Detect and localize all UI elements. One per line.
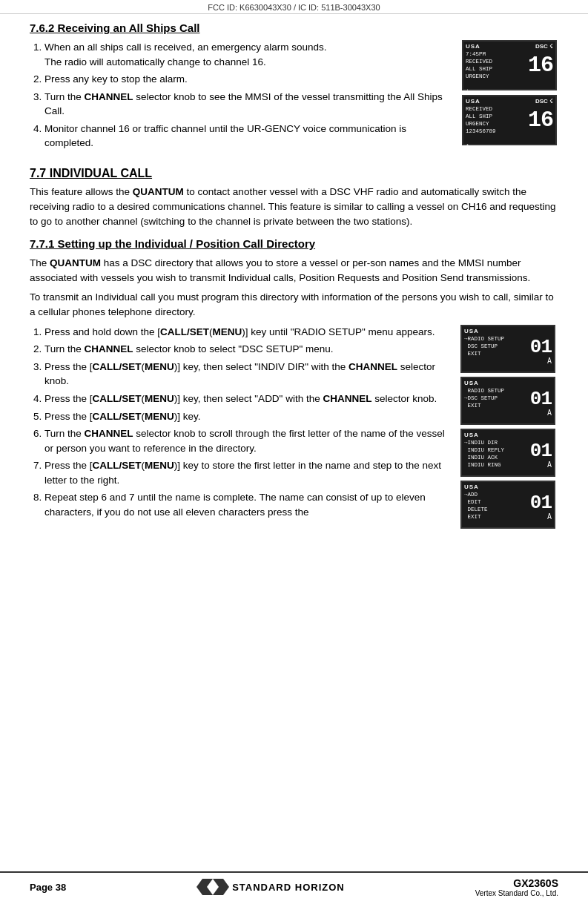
lcd771-4-usa: USA	[464, 483, 479, 490]
lcd1-channel: 16	[528, 54, 553, 76]
lcd2-text: RECEIVEDALL SHIPURGENCY123456789	[466, 105, 496, 136]
footer-company: Vertex Standard Co., Ltd.	[475, 889, 558, 897]
heading-771: 7.7.1 Setting up the Individual / Positi…	[30, 237, 558, 250]
lcd-display-1: USA DSC ☇ 7:45PMRECEIVEDALL SHIPURGENCY …	[462, 40, 557, 90]
step-762-3: Turn the CHANNEL selector knob to see th…	[44, 90, 455, 119]
section-77: 7.7 INDIVIDUAL CALL This feature allows …	[30, 167, 558, 230]
footer-right: GX2360S Vertex Standard Co., Ltd.	[475, 877, 558, 897]
section-771-body2: To transmit an Individual call you must …	[30, 290, 558, 320]
section-771-displays: USA →RADIO SETUP DSC SETUP EXIT 01 A	[460, 325, 558, 529]
lcd2-channel: 16	[528, 109, 553, 131]
lcd771-1-usa: USA	[464, 328, 479, 334]
step-771-7: Press the [CALL/SET(MENU)] key to store …	[44, 458, 453, 487]
section-771-steps-text: Press and hold down the [CALL/SET(MENU)]…	[30, 325, 453, 524]
svg-marker-1	[213, 879, 229, 895]
step-771-1: Press and hold down the [CALL/SET(MENU)]…	[44, 325, 453, 340]
lcd-display-771-4: USA →ADD EDIT DELETE EXIT 01 A	[460, 481, 555, 529]
lcd771-1-sub: A	[547, 357, 552, 365]
lcd771-2-channel: 01	[530, 389, 552, 409]
footer-brand: STANDARD HORIZON	[232, 882, 345, 893]
section-762-displays: USA DSC ☇ 7:45PMRECEIVEDALL SHIPURGENCY …	[462, 40, 558, 145]
lcd2-arrow: ↑	[466, 142, 496, 150]
heading-762: 7.6.2 Receiving an All Ships Call	[30, 22, 558, 34]
lcd771-3-channel: 01	[530, 441, 552, 461]
step-762-1: When an all ships call is received, an e…	[44, 40, 455, 69]
lcd-display-771-3: USA →INDIU DIR INDIU REPLY INDIU ACK IND…	[460, 429, 555, 477]
step-771-5: Press the [CALL/SET(MENU)] key.	[44, 409, 453, 424]
footer-page: Page 38	[30, 882, 66, 893]
standard-horizon-logo-icon	[196, 879, 229, 895]
lcd771-2-usa: USA	[464, 380, 479, 386]
step-771-3: Press the [CALL/SET(MENU)] key, then sel…	[44, 360, 453, 389]
step-771-4: Press the [CALL/SET(MENU)] key, then sel…	[44, 392, 453, 406]
lcd771-1-text: →RADIO SETUP DSC SETUP EXIT	[464, 335, 504, 357]
step-771-2: Turn the CHANNEL selector knob to select…	[44, 342, 453, 357]
step-771-6: Turn the CHANNEL selector knob to scroll…	[44, 426, 453, 455]
lcd771-3-text: →INDIU DIR INDIU REPLY INDIU ACK INDIU R…	[464, 439, 504, 469]
lcd771-4-text: →ADD EDIT DELETE EXIT	[464, 491, 488, 521]
lcd-display-771-1: USA →RADIO SETUP DSC SETUP EXIT 01 A	[460, 325, 555, 373]
lcd771-2-sub: A	[547, 409, 552, 417]
section-77-body: This feature allows the QUANTUM to conta…	[30, 185, 558, 230]
lcd771-3-sub: A	[547, 461, 552, 469]
lcd1-text: 7:45PMRECEIVEDALL SHIPURGENCY	[466, 50, 492, 81]
step-762-4: Monitor channel 16 or traffic channel un…	[44, 122, 455, 151]
step-762-2: Press any key to stop the alarm.	[44, 72, 455, 87]
section-762-list: When an all ships call is received, an e…	[30, 40, 455, 151]
lcd-display-2: USA DSC ☇ RECEIVEDALL SHIPURGENCY1234567…	[462, 95, 557, 145]
svg-marker-0	[196, 879, 213, 895]
section-771-list: Press and hold down the [CALL/SET(MENU)]…	[30, 325, 453, 520]
lcd1-usa-label: USA	[466, 43, 480, 50]
lcd2-dsc-label: DSC ☇	[535, 98, 553, 105]
footer-model: GX2360S	[475, 877, 558, 889]
section-762: 7.6.2 Receiving an All Ships Call When a…	[30, 22, 558, 155]
lcd771-3-usa: USA	[464, 432, 479, 438]
section-771: 7.7.1 Setting up the Individual / Positi…	[30, 237, 558, 529]
fcc-id-bar: FCC ID: K6630043X30 / IC ID: 511B-30043X…	[0, 0, 588, 14]
footer-logo-area: STANDARD HORIZON	[196, 879, 345, 895]
heading-77: 7.7 INDIVIDUAL CALL	[30, 167, 558, 180]
footer: Page 38 STANDARD HORIZON GX2360S Vertex …	[0, 871, 588, 901]
step-771-8: Repeat step 6 and 7 until the name is co…	[44, 490, 453, 519]
fcc-id-text: FCC ID: K6630043X30 / IC ID: 511B-30043X…	[208, 3, 380, 12]
lcd1-arrow: ↓	[466, 87, 492, 95]
lcd-display-771-2: USA RADIO SETUP→DSC SETUP EXIT 01 A	[460, 377, 555, 425]
lcd771-2-text: RADIO SETUP→DSC SETUP EXIT	[464, 387, 504, 409]
lcd2-usa-label: USA	[466, 98, 480, 105]
lcd771-4-channel: 01	[530, 493, 552, 512]
section-762-text: When an all ships call is received, an e…	[30, 40, 455, 155]
lcd771-4-sub: A	[547, 512, 552, 521]
section-771-body1: The QUANTUM has a DSC directory that all…	[30, 256, 558, 286]
lcd771-1-channel: 01	[530, 337, 552, 357]
lcd1-dsc-label: DSC ☇	[535, 43, 553, 50]
